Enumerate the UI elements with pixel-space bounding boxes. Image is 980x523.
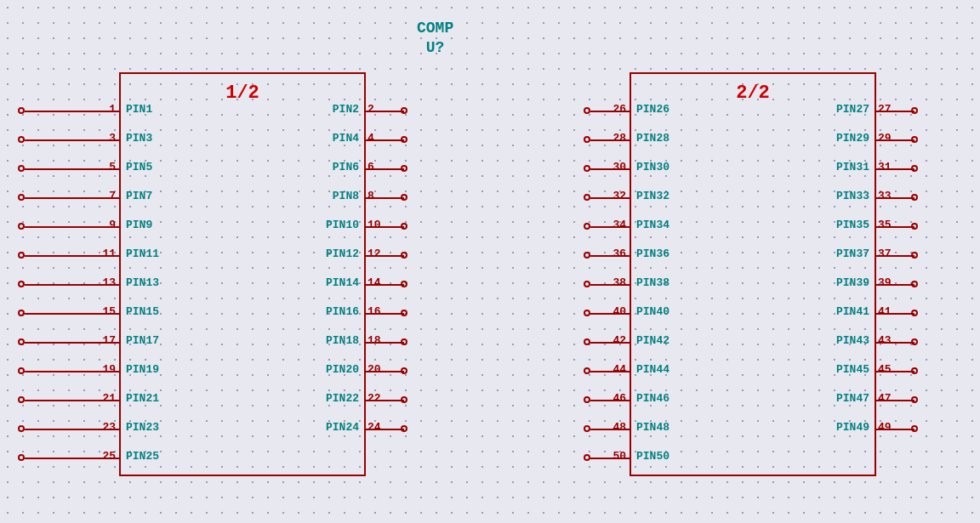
pin-circle-33: [911, 194, 918, 201]
pin-number-12: 12: [368, 247, 381, 260]
pin-number-2: 2: [368, 103, 374, 116]
pin-circle-15: [18, 310, 25, 316]
pin-circle-27: [911, 107, 918, 114]
pin-circle-31: [911, 165, 918, 172]
pin-number-34: 34: [594, 219, 626, 231]
pin-number-37: 37: [878, 247, 892, 260]
pin-label-45: PIN45: [836, 363, 869, 376]
pin-label-50: PIN50: [636, 450, 669, 463]
pin-label-15: PIN15: [126, 305, 159, 318]
pin-number-8: 8: [368, 190, 374, 202]
pin-label-40: PIN40: [636, 305, 669, 318]
pin-label-25: PIN25: [126, 450, 159, 463]
pin-label-1: PIN1: [126, 103, 152, 116]
pin-circle-24: [401, 425, 407, 432]
pin-circle-13: [18, 281, 25, 287]
pin-circle-23: [18, 425, 25, 432]
pin-number-30: 30: [594, 161, 626, 173]
pin-circle-9: [18, 223, 25, 230]
pin-circle-2: [401, 107, 407, 114]
pin-circle-19: [18, 367, 25, 374]
pin-circle-22: [401, 396, 407, 403]
pin-circle-45: [911, 367, 918, 374]
pin-circle-4: [401, 136, 407, 143]
pin-circle-12: [401, 252, 407, 259]
pin-label-5: PIN5: [126, 161, 152, 173]
pin-number-1: 1: [28, 103, 116, 116]
pin-label-39: PIN39: [836, 276, 869, 289]
pin-circle-30: [584, 165, 590, 172]
pin-label-33: PIN33: [836, 190, 869, 202]
ic-block-1: 1/2: [119, 72, 366, 476]
pin-circle-7: [18, 194, 25, 201]
pin-number-45: 45: [878, 363, 892, 376]
pin-label-30: PIN30: [636, 161, 669, 173]
pin-number-13: 13: [28, 276, 116, 289]
pin-circle-18: [401, 338, 407, 345]
pin-circle-25: [18, 454, 25, 461]
pin-circle-49: [911, 425, 918, 432]
pin-label-32: PIN32: [636, 190, 669, 202]
pin-label-48: PIN48: [636, 421, 669, 434]
pin-circle-1: [18, 107, 25, 114]
pin-number-17: 17: [28, 334, 116, 347]
pin-number-5: 5: [28, 161, 116, 173]
pin-number-40: 40: [594, 305, 626, 318]
pin-label-44: PIN44: [636, 363, 669, 376]
pin-label-35: PIN35: [836, 219, 869, 231]
pin-label-34: PIN34: [636, 219, 669, 231]
pin-number-23: 23: [28, 421, 116, 434]
pin-circle-14: [401, 281, 407, 287]
pin-label-12: PIN12: [326, 247, 359, 260]
pin-number-29: 29: [878, 132, 892, 145]
pin-number-26: 26: [594, 103, 626, 116]
pin-label-10: PIN10: [326, 219, 359, 231]
pin-number-11: 11: [28, 247, 116, 260]
pin-label-28: PIN28: [636, 132, 669, 145]
pin-circle-8: [401, 194, 407, 201]
pin-number-20: 20: [368, 363, 381, 376]
pin-label-17: PIN17: [126, 334, 159, 347]
pin-number-39: 39: [878, 276, 892, 289]
pin-circle-50: [584, 454, 590, 461]
pin-number-46: 46: [594, 392, 626, 405]
pin-circle-36: [584, 252, 590, 259]
pin-label-7: PIN7: [126, 190, 152, 202]
pin-circle-39: [911, 281, 918, 287]
pin-number-4: 4: [368, 132, 374, 145]
pin-number-42: 42: [594, 334, 626, 347]
pin-number-27: 27: [878, 103, 892, 116]
pin-label-26: PIN26: [636, 103, 669, 116]
block2-label: 2/2: [736, 82, 770, 104]
pin-circle-37: [911, 252, 918, 259]
pin-circle-46: [584, 396, 590, 403]
pin-label-24: PIN24: [326, 421, 359, 434]
pin-number-43: 43: [878, 334, 892, 347]
pin-label-29: PIN29: [836, 132, 869, 145]
pin-number-7: 7: [28, 190, 116, 202]
pin-number-19: 19: [28, 363, 116, 376]
pin-number-9: 9: [28, 219, 116, 231]
pin-circle-21: [18, 396, 25, 403]
pin-circle-35: [911, 223, 918, 230]
pin-label-6: PIN6: [333, 161, 359, 173]
pin-circle-41: [911, 310, 918, 316]
block1-label: 1/2: [225, 82, 259, 104]
pin-number-50: 50: [594, 450, 626, 463]
pin-label-22: PIN22: [326, 392, 359, 405]
pin-label-13: PIN13: [126, 276, 159, 289]
pin-circle-26: [584, 107, 590, 114]
pin-label-27: PIN27: [836, 103, 869, 116]
pin-number-18: 18: [368, 334, 381, 347]
pin-label-8: PIN8: [333, 190, 359, 202]
pin-label-36: PIN36: [636, 247, 669, 260]
pin-label-11: PIN11: [126, 247, 159, 260]
pin-circle-42: [584, 338, 590, 345]
pin-label-38: PIN38: [636, 276, 669, 289]
pin-circle-44: [584, 367, 590, 374]
pin-label-49: PIN49: [836, 421, 869, 434]
pin-number-15: 15: [28, 305, 116, 318]
pin-label-47: PIN47: [836, 392, 869, 405]
pin-number-44: 44: [594, 363, 626, 376]
pin-number-24: 24: [368, 421, 381, 434]
